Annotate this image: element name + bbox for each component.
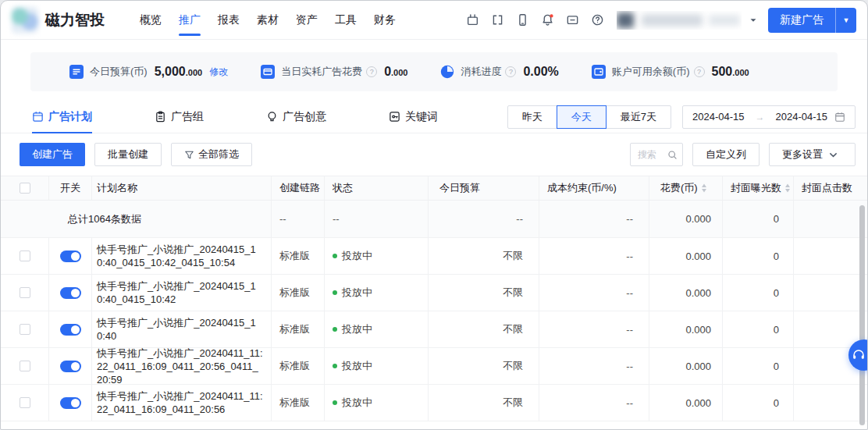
- nav-item-finance[interactable]: 财务: [365, 1, 404, 40]
- plan-name[interactable]: 快手号推广_小说推广_20240415_10:40: [97, 316, 263, 343]
- plan-clicks: [794, 385, 868, 421]
- filter-all-button[interactable]: 全部筛选: [171, 143, 252, 166]
- summary-spend: 0.000: [649, 201, 723, 237]
- budget-icon: [69, 65, 84, 79]
- row-toggle-on[interactable]: [60, 251, 81, 262]
- plan-spend: 0.000: [649, 385, 723, 421]
- plan-clicks: [794, 275, 868, 311]
- col-header-switch: 开关: [49, 176, 92, 200]
- plan-spend: 0.000: [649, 311, 723, 347]
- plan-name[interactable]: 快手号推广_小说推广_20240411_11:22_0411_16:09_041…: [97, 348, 263, 384]
- modify-budget-link[interactable]: 修改: [209, 66, 228, 79]
- plan-impressions: 0: [723, 311, 794, 347]
- help-icon[interactable]: [591, 13, 604, 27]
- preset-today[interactable]: 今天: [557, 105, 607, 129]
- table-row: 快手号推广_小说推广_20240411_11:22_0411_16:09_041…: [1, 348, 868, 385]
- plan-create-link: 标准版: [272, 311, 325, 347]
- help-icon[interactable]: ?: [505, 66, 516, 77]
- search-icon[interactable]: [667, 149, 678, 159]
- plan-budget: 不限: [429, 275, 539, 311]
- col-header-plan-name: 计划名称: [92, 176, 272, 200]
- row-checkbox[interactable]: [20, 324, 30, 335]
- row-toggle-on[interactable]: [60, 361, 81, 372]
- message-icon[interactable]: [566, 13, 579, 27]
- account-stats-bar: 今日预算(币) 5,000.000 修改 当日实耗广告花费 ? 0.000 消耗…: [30, 52, 838, 91]
- plan-spend: 0.000: [649, 238, 723, 274]
- nav-item-assets[interactable]: 资产: [287, 1, 326, 40]
- row-toggle-on[interactable]: [60, 324, 81, 336]
- tab-ad-creative[interactable]: 广告创意: [266, 101, 326, 133]
- status-dot-icon: [333, 364, 337, 368]
- summary-cost: --: [539, 201, 649, 237]
- sort-control-spend[interactable]: [701, 183, 707, 193]
- table-row: 快手号推广_小说推广_20240411_11:22_0411_16:09_041…: [1, 385, 868, 421]
- select-all-checkbox[interactable]: [20, 183, 30, 194]
- plan-name[interactable]: 快手号推广_小说推广_20240415_10:40_0415_10:42_041…: [97, 243, 263, 269]
- brand-logo: [12, 7, 38, 34]
- plan-budget: 不限: [429, 385, 539, 421]
- table-body: 快手号推广_小说推广_20240415_10:40_0415_10:42_041…: [1, 238, 859, 421]
- stat-spend-progress: 消耗进度 ? 0.00%: [440, 65, 558, 79]
- app-window: 磁力智投 概览 推广 报表 素材 资产 工具 财务: [0, 0, 868, 430]
- chevron-down-icon: [828, 150, 838, 160]
- col-header-status: 状态: [325, 176, 429, 200]
- summary-total: 总计1064条数据: [1, 201, 272, 237]
- plan-cost: --: [539, 385, 649, 421]
- row-toggle-on[interactable]: [60, 397, 81, 409]
- account-name[interactable]: [617, 11, 742, 30]
- plan-icon: [32, 111, 44, 123]
- row-checkbox[interactable]: [20, 287, 30, 298]
- date-preset-group: 昨天 今天 最近7天: [507, 105, 671, 129]
- stat-today-spend: 当日实耗广告花费 ? 0.000: [261, 65, 407, 79]
- date-end: 2024-04-15: [776, 111, 828, 123]
- help-icon[interactable]: ?: [366, 66, 377, 77]
- plan-status: 投放中: [325, 238, 429, 274]
- custom-columns-button[interactable]: 自定义列: [692, 143, 760, 166]
- preset-last7days[interactable]: 最近7天: [606, 105, 671, 129]
- account-caret-icon[interactable]: [749, 13, 757, 27]
- phone-icon[interactable]: [516, 13, 529, 27]
- plan-status: 投放中: [325, 275, 429, 311]
- search-box: [630, 143, 683, 166]
- window-switch-icon[interactable]: [491, 13, 504, 27]
- row-checkbox[interactable]: [20, 251, 30, 261]
- row-toggle-on[interactable]: [60, 287, 81, 299]
- plan-budget: 不限: [429, 311, 539, 347]
- preset-yesterday[interactable]: 昨天: [507, 105, 557, 129]
- row-checkbox[interactable]: [20, 361, 30, 371]
- tab-ad-group[interactable]: 广告组: [155, 101, 204, 133]
- more-settings-button[interactable]: 更多设置: [769, 143, 856, 166]
- vertical-scrollbar[interactable]: [859, 205, 865, 425]
- topbar: 磁力智投 概览 推广 报表 素材 资产 工具 财务: [1, 1, 867, 40]
- new-ad-dropdown-icon[interactable]: ▼: [836, 8, 856, 33]
- plan-status: 投放中: [325, 311, 429, 347]
- date-range-picker[interactable]: 2024-04-15 → 2024-04-15: [682, 105, 856, 129]
- sort-control-impressions[interactable]: [784, 183, 791, 193]
- plan-name[interactable]: 快手号推广_小说推广_20240415_10:40_0415_10:42: [97, 279, 263, 306]
- new-ad-button[interactable]: 新建广告: [768, 8, 835, 33]
- plan-impressions: 0: [723, 275, 794, 311]
- scrollbar-thumb[interactable]: [859, 205, 865, 425]
- plan-cost: --: [539, 348, 649, 384]
- table-row: 快手号推广_小说推广_20240415_10:40 标准版 投放中 不限 -- …: [1, 311, 868, 348]
- tab-ad-plan[interactable]: 广告计划: [32, 101, 92, 133]
- bell-icon[interactable]: [541, 13, 554, 27]
- entity-tabs-row: 广告计划 广告组 广告创意 关键词 昨天 今天 最近7天 2024-04-15: [1, 101, 867, 133]
- col-header-today-budget: 今日预算: [429, 176, 539, 200]
- tv-icon[interactable]: [466, 13, 479, 27]
- plan-create-link: 标准版: [272, 385, 325, 421]
- create-ad-button[interactable]: 创建广告: [20, 143, 85, 166]
- nav-item-tools[interactable]: 工具: [326, 1, 365, 40]
- tab-keywords[interactable]: 关键词: [389, 101, 438, 133]
- nav-item-reports[interactable]: 报表: [209, 1, 248, 40]
- main-nav: 概览 推广 报表 素材 资产 工具 财务: [131, 1, 404, 40]
- nav-item-materials[interactable]: 素材: [248, 1, 287, 40]
- row-checkbox[interactable]: [20, 397, 30, 408]
- nav-item-overview[interactable]: 概览: [131, 1, 170, 40]
- status-dot-icon: [333, 327, 337, 332]
- batch-create-button[interactable]: 批量创建: [94, 143, 162, 166]
- headset-icon: [852, 348, 866, 362]
- nav-item-promotion[interactable]: 推广: [170, 1, 209, 40]
- help-icon[interactable]: ?: [694, 66, 705, 77]
- plan-name[interactable]: 快手号推广_小说推广_20240411_11:22_0411_16:09_041…: [97, 389, 263, 416]
